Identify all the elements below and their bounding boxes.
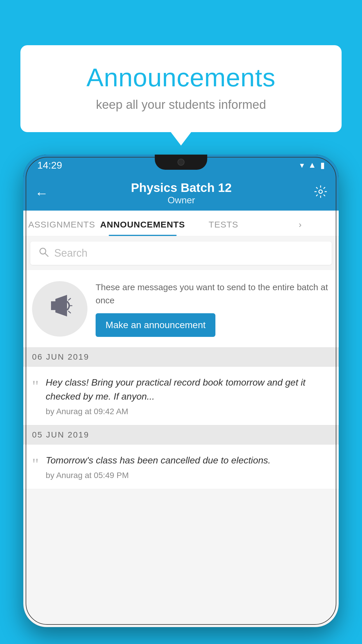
speech-bubble: Announcements keep all your students inf… xyxy=(20,45,342,132)
announcement-text-area-2: Tomorrow's class has been cancelled due … xyxy=(46,453,271,480)
speech-bubble-section: Announcements keep all your students inf… xyxy=(20,45,342,132)
bubble-subtitle: keep all your students informed xyxy=(44,98,318,112)
announcement-meta-2: by Anurag at 05:49 PM xyxy=(46,471,271,480)
announcement-item-2[interactable]: " Tomorrow's class has been cancelled du… xyxy=(23,444,339,489)
status-time: 14:29 xyxy=(37,160,62,171)
date-separator-1: 06 JUN 2019 xyxy=(23,347,339,367)
search-placeholder: Search xyxy=(54,247,87,259)
signal-icon: ▲ xyxy=(308,160,316,170)
phone-frame: 14:29 ▾ ▲ ▮ ← Physics Batch 12 Owner xyxy=(23,155,339,627)
announcement-text-2: Tomorrow's class has been cancelled due … xyxy=(46,453,271,467)
search-icon xyxy=(38,247,49,260)
quote-icon-1: " xyxy=(32,377,39,396)
svg-line-7 xyxy=(68,311,71,313)
megaphone-circle xyxy=(32,281,87,337)
date-separator-2: 05 JUN 2019 xyxy=(23,425,339,444)
phone-container: 14:29 ▾ ▲ ▮ ← Physics Batch 12 Owner xyxy=(23,155,339,644)
announcement-prompt: These are messages you want to send to t… xyxy=(23,270,339,347)
notch xyxy=(155,155,207,170)
tab-more[interactable]: › xyxy=(262,220,339,236)
app-bar-title-area: Physics Batch 12 Owner xyxy=(48,181,314,206)
announcement-text-area-1: Hey class! Bring your practical record b… xyxy=(46,375,330,416)
announcement-item-1[interactable]: " Hey class! Bring your practical record… xyxy=(23,367,339,425)
announcement-description: These are messages you want to send to t… xyxy=(96,281,330,307)
camera xyxy=(178,159,184,166)
make-announcement-button[interactable]: Make an announcement xyxy=(96,313,215,337)
tab-announcements[interactable]: ANNOUNCEMENTS xyxy=(100,220,185,236)
svg-line-5 xyxy=(68,298,71,300)
tabs-bar: ASSIGNMENTS ANNOUNCEMENTS TESTS › xyxy=(23,211,339,236)
back-button[interactable]: ← xyxy=(35,185,48,201)
svg-point-0 xyxy=(319,190,322,193)
wifi-icon: ▾ xyxy=(300,160,304,170)
announcement-text-1: Hey class! Bring your practical record b… xyxy=(46,375,330,403)
svg-line-2 xyxy=(45,253,48,256)
battery-icon: ▮ xyxy=(320,160,325,170)
settings-button[interactable] xyxy=(314,185,327,201)
app-bar-subtitle: Owner xyxy=(48,195,314,206)
svg-marker-4 xyxy=(55,295,67,316)
tab-tests[interactable]: TESTS xyxy=(185,220,262,236)
bubble-title: Announcements xyxy=(44,63,318,92)
tab-assignments[interactable]: ASSIGNMENTS xyxy=(23,220,100,236)
status-icons: ▾ ▲ ▮ xyxy=(300,160,325,170)
app-bar-title: Physics Batch 12 xyxy=(48,181,314,195)
phone-content: Search xyxy=(23,236,339,627)
app-bar: ← Physics Batch 12 Owner xyxy=(23,176,339,211)
announcement-meta-1: by Anurag at 09:42 AM xyxy=(46,407,330,416)
svg-marker-3 xyxy=(51,301,55,310)
announcement-right: These are messages you want to send to t… xyxy=(96,281,330,337)
search-bar[interactable]: Search xyxy=(30,242,332,265)
quote-icon-2: " xyxy=(32,455,39,474)
megaphone-icon xyxy=(47,293,73,325)
